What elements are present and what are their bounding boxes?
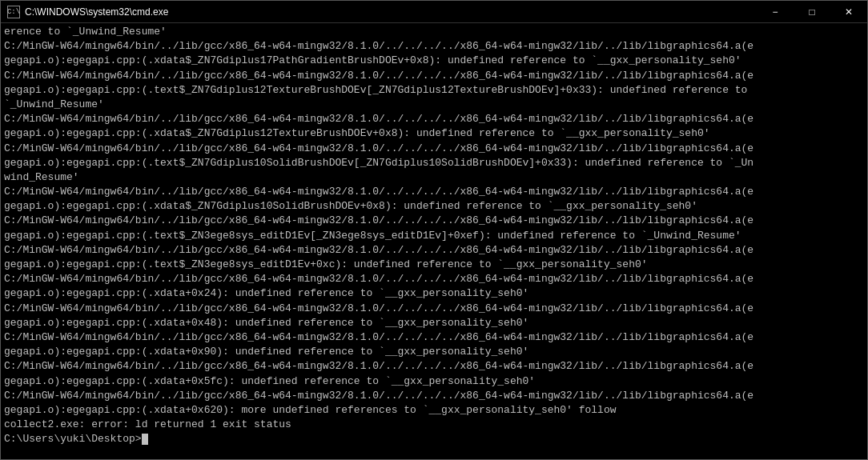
cmd-window: C:\ C:\WINDOWS\system32\cmd.exe − □ ✕ er… bbox=[0, 0, 868, 460]
minimize-button[interactable]: − bbox=[757, 1, 794, 23]
console-line: C:/MinGW-W64/mingw64/bin/../lib/gcc/x86_… bbox=[4, 330, 864, 345]
console-line: collect2.exe: error: ld returned 1 exit … bbox=[4, 418, 864, 432]
console-line: erence to `_Unwind_Resume' bbox=[4, 25, 864, 39]
title-bar-title: C:\WINDOWS\system32\cmd.exe bbox=[25, 6, 168, 18]
console-line: gegapi.o):egegapi.cpp:(.xdata+0x5fc): un… bbox=[4, 374, 864, 389]
console-line: C:/MinGW-W64/mingw64/bin/../lib/gcc/x86_… bbox=[4, 243, 864, 258]
console-line: `_Unwind_Resume' bbox=[4, 98, 864, 112]
close-button[interactable]: ✕ bbox=[830, 1, 867, 23]
title-bar: C:\ C:\WINDOWS\system32\cmd.exe − □ ✕ bbox=[1, 1, 867, 23]
console-line: C:/MinGW-W64/mingw64/bin/../lib/gcc/x86_… bbox=[4, 39, 864, 54]
console-body[interactable]: erence to `_Unwind_Resume'C:/MinGW-W64/m… bbox=[1, 23, 867, 459]
console-line: gegapi.o):egegapi.cpp:(.text$_ZN3ege8sys… bbox=[4, 229, 864, 243]
console-line: gegapi.o):egegapi.cpp:(.text$_ZN7Gdiplus… bbox=[4, 83, 864, 98]
console-line: C:/MinGW-W64/mingw64/bin/../lib/gcc/x86_… bbox=[4, 214, 864, 228]
maximize-button[interactable]: □ bbox=[794, 1, 830, 23]
cmd-icon: C:\ bbox=[7, 6, 20, 18]
console-line: C:/MinGW-W64/mingw64/bin/../lib/gcc/x86_… bbox=[4, 142, 864, 156]
console-line: C:\Users\yuki\Desktop> bbox=[4, 432, 864, 446]
console-line: gegapi.o):egegapi.cpp:(.xdata+0x90): und… bbox=[4, 345, 864, 359]
console-line: C:/MinGW-W64/mingw64/bin/../lib/gcc/x86_… bbox=[4, 302, 864, 316]
console-line: gegapi.o):egegapi.cpp:(.xdata+0x620): mo… bbox=[4, 403, 864, 418]
console-line: C:/MinGW-W64/mingw64/bin/../lib/gcc/x86_… bbox=[4, 272, 864, 286]
console-line: gegapi.o):egegapi.cpp:(.text$_ZN7Gdiplus… bbox=[4, 156, 864, 170]
console-line: C:/MinGW-W64/mingw64/bin/../lib/gcc/x86_… bbox=[4, 359, 864, 374]
console-line: gegapi.o):egegapi.cpp:(.xdata$_ZN7Gdiplu… bbox=[4, 199, 864, 214]
console-line: gegapi.o):egegapi.cpp:(.xdata$_ZN7Gdiplu… bbox=[4, 126, 864, 141]
console-line: C:/MinGW-W64/mingw64/bin/../lib/gcc/x86_… bbox=[4, 69, 864, 83]
console-line: gegapi.o):egegapi.cpp:(.xdata+0x48): und… bbox=[4, 316, 864, 330]
console-line: C:/MinGW-W64/mingw64/bin/../lib/gcc/x86_… bbox=[4, 112, 864, 126]
console-line: C:/MinGW-W64/mingw64/bin/../lib/gcc/x86_… bbox=[4, 389, 864, 403]
title-bar-left: C:\ C:\WINDOWS\system32\cmd.exe bbox=[7, 6, 168, 18]
console-line: gegapi.o):egegapi.cpp:(.xdata+0x24): und… bbox=[4, 286, 864, 301]
console-line: gegapi.o):egegapi.cpp:(.text$_ZN3ege8sys… bbox=[4, 258, 864, 272]
console-line: C:/MinGW-W64/mingw64/bin/../lib/gcc/x86_… bbox=[4, 185, 864, 199]
title-bar-controls: − □ ✕ bbox=[757, 1, 867, 23]
console-line: wind_Resume' bbox=[4, 170, 864, 185]
console-line: gegapi.o):egegapi.cpp:(.xdata$_ZN7Gdiplu… bbox=[4, 54, 864, 68]
cursor bbox=[142, 434, 148, 445]
